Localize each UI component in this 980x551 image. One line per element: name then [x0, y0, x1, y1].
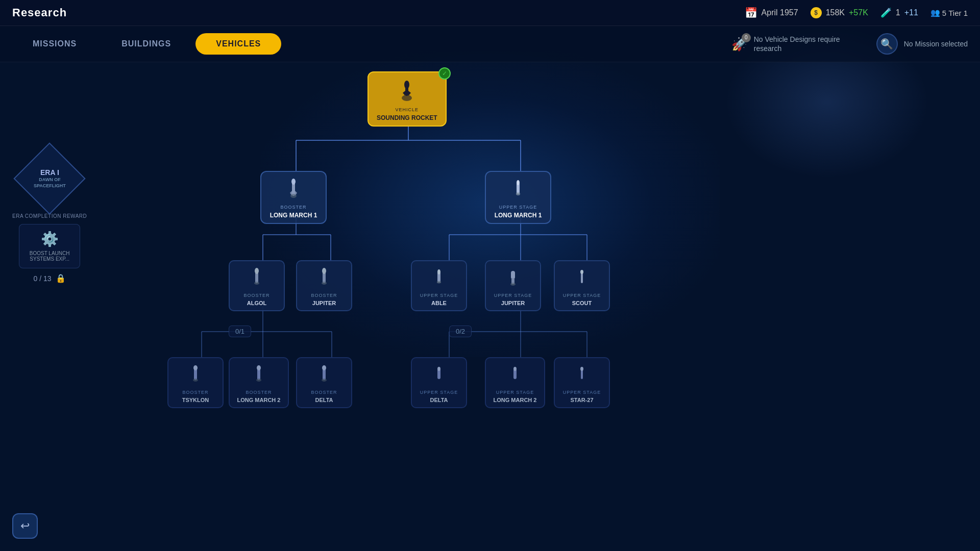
- income-value: +57K: [849, 8, 868, 17]
- era-subtitle-1: DAWN OF: [34, 177, 66, 183]
- svg-point-47: [510, 283, 516, 286]
- node-sounding-rocket[interactable]: ✓ VEHICLE SOUNDING ROCKET: [368, 71, 447, 127]
- era-reward-box: ⚙️ BOOST LAUNCH SYSTEMS EXP...: [19, 224, 80, 268]
- rocket-badge-container: 🚀 0: [731, 36, 748, 52]
- sounding-type: VEHICLE: [396, 107, 419, 112]
- back-button[interactable]: ↩: [12, 513, 38, 539]
- star27-icon: [572, 362, 592, 388]
- bjupiter-icon: [314, 265, 334, 291]
- badge-count: 0: [742, 33, 751, 42]
- blm2-type: BOOSTER: [246, 390, 272, 395]
- row3-left-progress: 0/1: [229, 325, 251, 337]
- algol-name: ALGOL: [247, 300, 267, 306]
- crew-icon: 👥: [930, 8, 940, 17]
- node-booster-long-march-2[interactable]: BOOSTER LONG MARCH 2: [229, 357, 289, 408]
- svg-rect-45: [511, 271, 515, 279]
- algol-type: BOOSTER: [243, 293, 270, 298]
- blm1-name: LONG MARCH 1: [270, 212, 317, 219]
- node-booster-delta[interactable]: BOOSTER DELTA: [296, 357, 352, 408]
- node-upper-delta[interactable]: UPPER STAGE DELTA: [411, 357, 467, 408]
- era-progress-value: 0 / 13: [34, 274, 52, 283]
- tsyklon-name: TSYKLON: [182, 397, 209, 403]
- bdelta-type: BOOSTER: [311, 390, 337, 395]
- bjupiter-type: BOOSTER: [311, 293, 337, 298]
- node-upper-long-march-1[interactable]: UPPER STAGE LONG MARCH 1: [485, 171, 551, 224]
- era-title: ERA I: [34, 168, 66, 177]
- blm1-type: BOOSTER: [280, 205, 306, 210]
- back-button-container: ↩: [12, 513, 38, 539]
- svg-point-51: [193, 365, 198, 370]
- udelta-icon: [429, 362, 449, 388]
- tree-container[interactable]: ✓ VEHICLE SOUNDING ROCKET BOOSTER LONG M…: [92, 61, 980, 551]
- blm2-name: LONG MARCH 2: [237, 397, 281, 403]
- node-booster-tsyklon[interactable]: BOOSTER TSYKLON: [167, 357, 224, 408]
- research-display: 🧪 1 +11: [880, 7, 918, 18]
- top-bar-right: 📅 April 1957 $ 158K +57K 🧪 1 +11 👥 5 Tie…: [745, 7, 968, 19]
- crew-display: 👥 5 Tier 1: [930, 8, 968, 17]
- node-booster-algol[interactable]: BOOSTER ALGOL: [229, 260, 285, 311]
- node-upper-jupiter[interactable]: UPPER STAGE JUPITER: [485, 260, 541, 311]
- svg-point-44: [437, 281, 441, 284]
- boost-icon: ⚙️: [41, 231, 59, 247]
- bdelta-name: DELTA: [315, 397, 333, 403]
- search-icon[interactable]: 🔍: [876, 33, 898, 55]
- svg-point-40: [322, 268, 326, 274]
- svg-point-52: [193, 379, 198, 382]
- tab-buildings[interactable]: BUILDINGS: [101, 33, 191, 55]
- svg-point-57: [322, 365, 326, 370]
- tsyklon-icon: [185, 362, 206, 388]
- svg-point-54: [257, 365, 261, 370]
- svg-point-29: [291, 179, 296, 185]
- calendar-icon: 📅: [745, 7, 757, 19]
- star27-name: STAR-27: [570, 397, 593, 403]
- no-designs-info: 🚀 0 No Vehicle Designs require research: [731, 35, 856, 53]
- crew-tier: Tier 1: [948, 9, 968, 17]
- svg-point-49: [580, 270, 583, 274]
- main-area: ERA I DAWN OF SPACEFLIGHT ERA COMPLETION…: [0, 61, 980, 551]
- crew-count: 5: [942, 9, 946, 17]
- currency-display: $ 158K +57K: [811, 7, 868, 18]
- ujupiter-icon: [503, 265, 523, 291]
- date-value: April 1957: [762, 8, 798, 17]
- svg-point-43: [437, 269, 440, 274]
- svg-marker-26: [403, 91, 405, 96]
- no-mission-info: 🔍 No Mission selected: [876, 33, 968, 55]
- research-value: 1: [896, 8, 900, 17]
- svg-point-60: [437, 367, 440, 371]
- era-subtitle-2: SPACEFLIGHT: [34, 183, 66, 189]
- node-booster-jupiter[interactable]: BOOSTER JUPITER: [296, 260, 352, 311]
- ulm1-type: UPPER STAGE: [499, 205, 537, 210]
- ulm2-name: LONG MARCH 2: [494, 397, 537, 403]
- node-booster-long-march-1[interactable]: BOOSTER LONG MARCH 1: [260, 171, 327, 224]
- ulm2-icon: [505, 362, 525, 388]
- no-mission-text: No Mission selected: [904, 40, 968, 48]
- era-diamond-inner: ERA I DAWN OF SPACEFLIGHT: [34, 168, 66, 189]
- bjupiter-name: JUPITER: [312, 300, 336, 306]
- node-upper-able[interactable]: UPPER STAGE ABLE: [411, 260, 467, 311]
- tab-missions[interactable]: MISSIONS: [12, 33, 97, 55]
- scout-icon: [572, 265, 592, 291]
- page-title: Research: [12, 6, 67, 19]
- booster-lm1-icon: [282, 176, 305, 203]
- upper-lm1-icon: [507, 176, 529, 203]
- udelta-type: UPPER STAGE: [420, 390, 458, 395]
- able-icon: [429, 265, 449, 291]
- svg-point-37: [255, 268, 259, 274]
- scout-name: SCOUT: [572, 300, 592, 306]
- able-type: UPPER STAGE: [420, 293, 458, 298]
- era-reward-name: BOOST LAUNCH SYSTEMS EXP...: [26, 251, 74, 262]
- star27-type: UPPER STAGE: [563, 390, 601, 395]
- svg-marker-27: [408, 91, 411, 96]
- tab-vehicles[interactable]: VEHICLES: [195, 33, 281, 55]
- row3-right-progress: 0/2: [449, 325, 472, 337]
- node-upper-scout[interactable]: UPPER STAGE SCOUT: [554, 260, 610, 311]
- ujupiter-name: JUPITER: [501, 300, 525, 306]
- node-upper-long-march-2[interactable]: UPPER STAGE LONG MARCH 2: [485, 357, 545, 408]
- blm2-icon: [249, 362, 269, 388]
- svg-point-34: [517, 180, 520, 185]
- svg-point-55: [256, 379, 261, 382]
- svg-point-38: [254, 282, 259, 285]
- node-upper-star27[interactable]: UPPER STAGE STAR-27: [554, 357, 610, 408]
- rocket-icon-sounding: [395, 77, 419, 105]
- era-progress: 0 / 13 🔒: [34, 273, 66, 283]
